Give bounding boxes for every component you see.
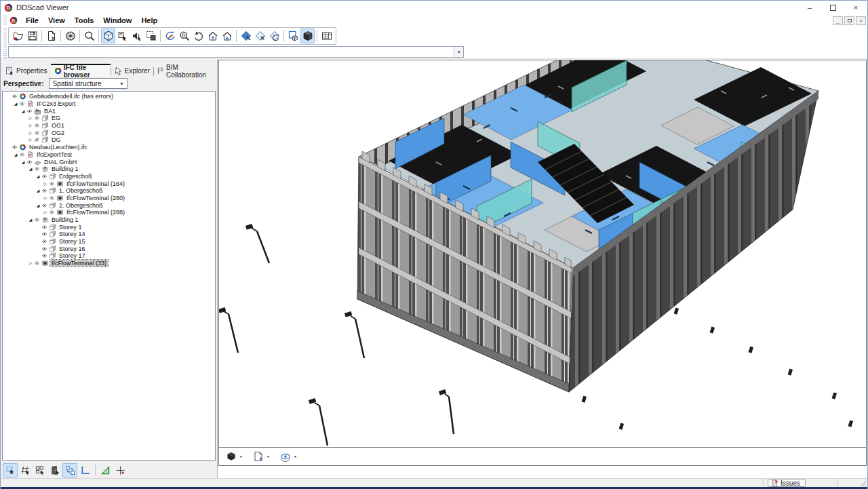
tree-expander[interactable] [28,138,33,142]
visibility-eye-icon[interactable] [33,130,41,136]
tree-expander[interactable] [28,123,33,128]
selection-tool-button[interactable] [18,463,33,477]
visibility-eye-icon[interactable] [41,239,48,244]
selection-tool-button[interactable] [113,463,127,477]
toolbar-button[interactable] [63,28,77,43]
visibility-eye-icon[interactable] [26,109,33,114]
tree-item[interactable]: Building 1 [3,165,215,173]
menu-item[interactable]: View [43,15,70,26]
toolbar-button[interactable] [253,28,267,43]
tree-expander[interactable] [28,218,33,222]
visibility-eye-icon[interactable] [11,94,18,99]
panel-tab[interactable]: BIM Collaboration [153,64,216,77]
toolbar-button[interactable] [267,28,281,43]
panel-tab[interactable]: Explorer [111,64,153,77]
tree-item[interactable]: Storey 15 [3,238,215,246]
mdi-close-button[interactable]: × [856,16,866,25]
menu-item[interactable]: File [21,15,43,26]
panel-tab[interactable]: Properties [2,64,51,77]
toolbar-grip[interactable] [3,28,7,43]
visibility-eye-icon[interactable] [33,260,41,266]
toolbar-button[interactable] [44,28,58,43]
selection-tool-button[interactable] [98,463,113,477]
tree-item[interactable]: EG [3,115,215,122]
toolbar-button[interactable] [300,28,315,43]
toolbar-button[interactable] [220,28,234,43]
tree-item[interactable]: OG1 [3,122,215,130]
tree-item[interactable]: 1. Obergeschoß [3,187,215,195]
tree-expander[interactable] [28,116,33,120]
toolbar-button[interactable] [163,28,177,43]
tree-item[interactable]: Storey 14 [3,231,215,238]
toolbar-button[interactable] [130,28,144,43]
visibility-eye-icon[interactable] [48,195,56,201]
tree-expander[interactable] [28,261,33,265]
visibility-eye-icon[interactable] [48,181,56,187]
viewport-tool-button[interactable] [250,449,273,464]
tree-expander[interactable] [43,182,48,186]
tree-expander[interactable] [35,189,41,193]
tree-item[interactable]: IfcFlowTerminal (280) [3,195,215,202]
tree-item[interactable]: BA1 [3,107,215,115]
tree-item[interactable]: Gebäudemodell.ifc (has errors) [3,93,215,100]
maximize-button[interactable] [821,1,844,14]
tree-expander[interactable] [20,109,26,113]
visibility-eye-icon[interactable] [18,101,26,106]
tree-item[interactable]: DIAL GmbH [3,158,215,165]
menu-item[interactable]: Help [136,15,162,26]
tree-item[interactable]: IfcFlowTerminal (288) [3,209,215,216]
combo-toolbar-grip[interactable] [3,45,7,60]
toolbar-button[interactable] [101,28,115,43]
viewport-tool-button[interactable] [223,449,246,464]
toolbar-button[interactable] [286,28,300,43]
tree-item[interactable]: OG2 [3,129,215,136]
visibility-eye-icon[interactable] [11,144,18,150]
toolbar-button[interactable] [239,28,253,43]
visibility-eye-icon[interactable] [33,217,41,222]
toolbar-button[interactable] [25,28,39,43]
toolbar-button[interactable] [115,28,130,43]
toolbar-button[interactable] [319,28,334,43]
tree-expander[interactable] [43,210,48,214]
toolbar-button[interactable] [177,28,191,43]
tree-item[interactable]: Neubau(Leuchten).ifc [3,144,215,151]
visibility-eye-icon[interactable] [41,246,48,252]
tree-expander[interactable] [28,131,33,135]
menu-item[interactable]: Tools [70,15,99,26]
tree-expander[interactable] [35,203,41,208]
tree-item[interactable]: Storey 17 [3,252,215,260]
tree-expander[interactable] [35,174,41,178]
selection-combobox[interactable] [8,46,464,58]
visibility-eye-icon[interactable] [41,253,48,258]
visibility-eye-icon[interactable] [33,123,41,128]
3d-canvas[interactable] [219,60,866,447]
visibility-eye-icon[interactable] [41,231,48,237]
tree-item[interactable]: Storey 1 [3,223,215,231]
visibility-eye-icon[interactable] [41,188,48,193]
tree-item[interactable]: Storey 16 [3,245,215,252]
selection-tool-button[interactable] [3,463,18,477]
menubar-grip[interactable] [3,16,7,25]
tree-item[interactable]: Erdgeschoß [3,173,215,180]
visibility-eye-icon[interactable] [26,159,33,165]
minimize-button[interactable]: – [798,1,821,14]
tree-item[interactable]: Building 1 [3,216,215,224]
visibility-eye-icon[interactable] [48,210,56,215]
tree-expander[interactable] [20,160,26,164]
tree-item[interactable]: IfcExportTest [3,151,215,159]
resize-grip[interactable] [859,480,866,486]
menu-item[interactable]: Window [98,15,136,26]
visibility-eye-icon[interactable] [18,152,26,157]
tree-item[interactable]: IFC2x3 Export [3,100,215,108]
mdi-minimize-button[interactable]: _ [833,16,843,25]
toolbar-button[interactable] [144,28,158,43]
close-button[interactable]: × [844,1,867,14]
visibility-eye-icon[interactable] [33,115,41,121]
toolbar-button[interactable] [82,28,96,43]
tree-expander[interactable] [28,167,33,171]
tree-item[interactable]: IfcFlowTerminal (164) [3,180,215,187]
visibility-eye-icon[interactable] [33,137,41,142]
toolbar-button[interactable] [205,28,220,43]
viewport-tool-button[interactable] [277,449,300,464]
toolbar-button[interactable] [191,28,205,43]
